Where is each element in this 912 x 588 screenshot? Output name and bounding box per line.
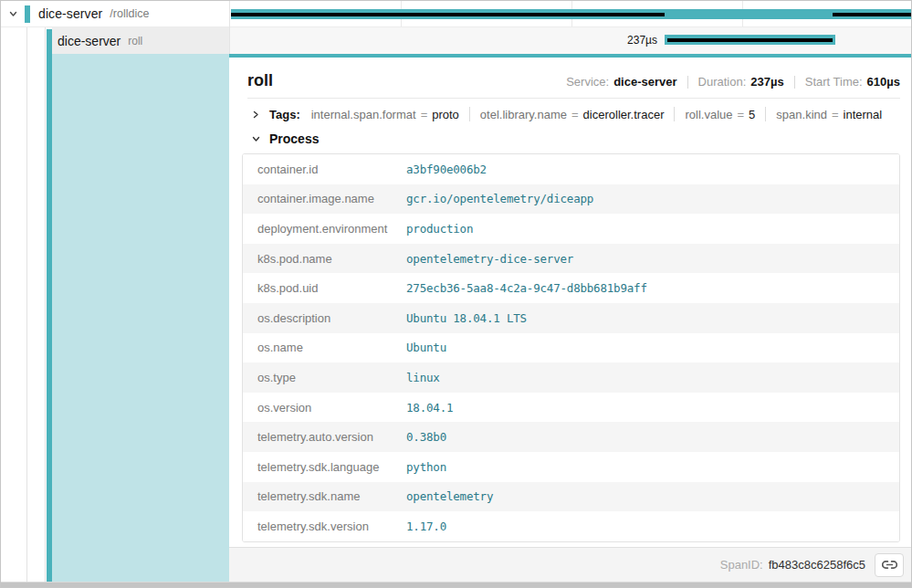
table-row: container.image.namegcr.io/opentelemetry…	[243, 184, 899, 215]
span-detail-card: roll Service: dice-server Duration: 237µ…	[229, 58, 912, 547]
trace-span-detail-view: dice-server /rolldice dice-server roll 2…	[0, 0, 912, 588]
table-row: telemetry.auto.version0.38b0	[243, 422, 899, 452]
trace-timeline: 237µs	[229, 1, 912, 54]
table-row: os.nameUbuntu	[243, 333, 899, 363]
child-time-marker	[833, 13, 912, 16]
tag-divider	[765, 107, 766, 121]
span-row-roll[interactable]: dice-server roll	[1, 27, 229, 54]
tag-divider	[674, 107, 675, 121]
span-id-value: fb483c8c6258f6c5	[769, 558, 865, 572]
table-row: telemetry.sdk.nameopentelemetry	[243, 482, 899, 512]
child-time-marker	[231, 13, 665, 16]
table-row: deployment.environmentproduction	[243, 214, 899, 244]
tags-section-toggle[interactable]: Tags: internal.span.format=proto otel.li…	[229, 99, 912, 122]
duration-label: Duration:	[698, 75, 747, 89]
chevron-right-icon	[251, 110, 261, 120]
tags-label: Tags:	[269, 108, 300, 121]
span-detail-header: roll Service: dice-server Duration: 237µ…	[229, 58, 912, 97]
operation-name: /rolldice	[110, 7, 149, 20]
start-time-value: 610µs	[867, 75, 900, 89]
span-id-label: SpanID:	[720, 558, 763, 572]
service-name: dice-server	[58, 34, 121, 48]
self-time-marker	[667, 38, 833, 42]
start-time-label: Start Time:	[805, 75, 863, 89]
selected-span-fill	[52, 54, 229, 582]
span-id-footer: SpanID: fb483c8c6258f6c5	[229, 547, 912, 582]
indent-guide	[26, 27, 27, 582]
operation-name: roll	[128, 35, 142, 47]
table-row: telemetry.sdk.version1.17.0	[243, 511, 899, 541]
table-row: k8s.pod.uid275ecb36-5aa8-4c2a-9c47-d8bb6…	[243, 273, 899, 303]
span-color-bar	[25, 5, 30, 23]
table-row: telemetry.sdk.languagepython	[243, 452, 899, 482]
table-row: k8s.pod.nameopentelemetry-dice-server	[243, 244, 899, 274]
service-label: Service:	[566, 75, 609, 89]
window-bottom-edge	[1, 582, 911, 587]
tag-item: otel.library.name=diceroller.tracer	[480, 108, 665, 121]
span-bar-rolldice[interactable]	[231, 9, 912, 19]
table-row: os.typelinux	[243, 362, 899, 393]
duration-value: 237µs	[750, 75, 783, 89]
process-attributes-table: container.ida3bf90e006b2 container.image…	[242, 153, 900, 542]
service-value: dice-server	[613, 75, 676, 89]
copy-link-button[interactable]	[875, 553, 904, 577]
table-row: os.version18.04.1	[243, 393, 899, 423]
chevron-down-icon[interactable]	[8, 9, 18, 19]
meta-divider	[794, 76, 795, 89]
span-meta: Service: dice-server Duration: 237µs Sta…	[566, 75, 900, 89]
tag-item: roll.value=5	[685, 108, 755, 121]
indent-guide	[45, 27, 46, 582]
meta-divider	[687, 76, 688, 89]
span-title: roll	[247, 71, 273, 90]
process-section-toggle[interactable]: Process	[229, 122, 912, 152]
span-row-rolldice[interactable]: dice-server /rolldice	[1, 1, 229, 27]
chevron-down-icon	[251, 134, 261, 144]
span-bar-roll[interactable]	[665, 35, 835, 45]
span-detail-panel: roll Service: dice-server Duration: 237µ…	[229, 54, 912, 582]
table-row: os.descriptionUbuntu 18.04.1 LTS	[243, 303, 899, 333]
process-label: Process	[269, 131, 319, 146]
tag-divider	[469, 107, 470, 121]
service-name: dice-server	[38, 6, 102, 21]
row-divider	[230, 26, 912, 27]
table-row: container.ida3bf90e006b2	[243, 154, 899, 184]
tag-item: span.kind=internal	[776, 108, 882, 121]
selected-span-color-bar	[47, 29, 52, 582]
span-duration-label: 237µs	[591, 34, 657, 47]
tag-item: internal.span.format=proto	[311, 108, 459, 121]
link-icon	[882, 557, 897, 572]
